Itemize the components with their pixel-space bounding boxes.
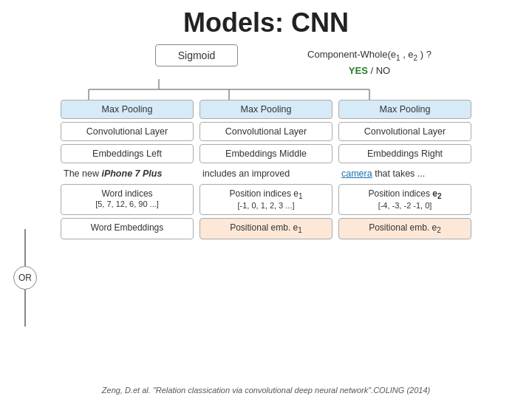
word-indices-cell: Word indices[5, 7, 12, 6, 90 ...]	[61, 184, 194, 215]
camera-text: camera	[341, 168, 372, 179]
position-indices-e2-cell: Position indices e2[-4, -3, -2 -1, 0]	[338, 184, 471, 215]
embeddings-left: Embeddings Left	[61, 144, 194, 163]
text-cell-left: The new iPhone 7 Plus	[61, 166, 194, 181]
yes-label: YES	[349, 65, 368, 76]
embeddings-right: Embeddings Right	[338, 144, 471, 163]
max-pooling-row: Max Pooling Max Pooling Max Pooling	[15, 100, 517, 119]
citation: Zeng, D.et al. "Relation classication vi…	[0, 386, 532, 395]
or-line-bottom	[24, 290, 26, 327]
or-line-top	[24, 229, 26, 266]
bottom-embeddings-row: Word Embeddings Positional emb. e1 Posit…	[15, 218, 517, 239]
word-indices-row: Word indices[5, 7, 12, 6, 90 ...] Positi…	[15, 184, 517, 215]
tree-connector-svg	[52, 79, 480, 100]
positional-emb-e2-cell: Positional emb. e2	[338, 218, 471, 239]
position-indices-e1-cell: Position indices e1[-1, 0, 1, 2, 3 ...]	[200, 184, 332, 215]
iphone-text: iPhone 7 Plus	[101, 168, 162, 179]
component-label: Component-Whole(e1 , e2 ) ? YES / NO	[307, 47, 432, 78]
conv-layer-row: Convolutional Layer Convolutional Layer …	[15, 122, 517, 141]
embeddings-middle: Embeddings Middle	[200, 144, 332, 163]
or-section: OR	[13, 229, 37, 327]
no-label: / NO	[370, 65, 390, 76]
or-circle: OR	[13, 266, 37, 290]
conv-layer-right: Convolutional Layer	[338, 122, 471, 141]
conv-layer-middle: Convolutional Layer	[200, 122, 332, 141]
word-embeddings-cell: Word Embeddings	[61, 218, 194, 239]
max-pooling-middle: Max Pooling	[200, 100, 332, 119]
text-cell-middle: includes an improved	[200, 166, 332, 181]
sigmoid-box: Sigmoid	[155, 44, 239, 66]
max-pooling-left: Max Pooling	[61, 100, 194, 119]
positional-emb-e1-cell: Positional emb. e1	[200, 218, 332, 239]
text-row: The new iPhone 7 Plus includes an improv…	[15, 166, 517, 181]
page-title: Models: CNN	[15, 7, 517, 38]
conv-layer-left: Convolutional Layer	[61, 122, 194, 141]
page: Models: CNN Sigmoid Component-Whole(e1 ,…	[0, 0, 532, 399]
max-pooling-right: Max Pooling	[338, 100, 471, 119]
text-cell-right: camera that takes ...	[338, 166, 471, 181]
embeddings-row: Embeddings Left Embeddings Middle Embedd…	[15, 144, 517, 163]
